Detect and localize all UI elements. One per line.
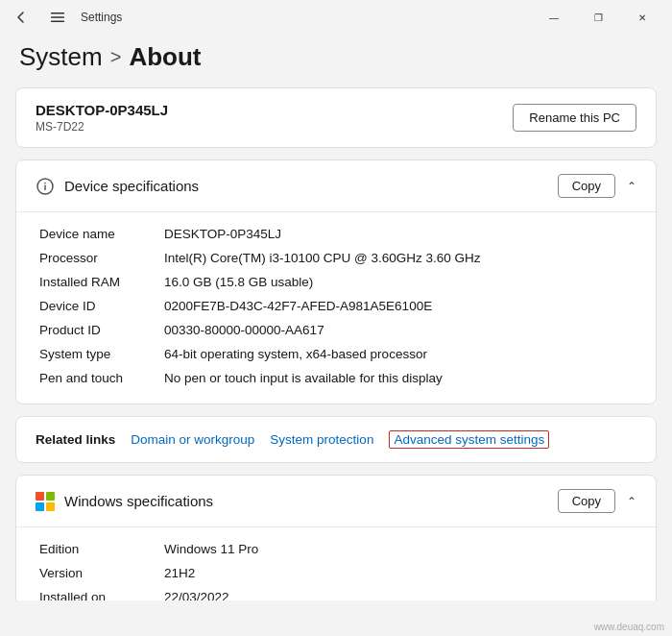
related-link-0[interactable]: Domain or workgroup (131, 432, 254, 447)
svg-rect-2 (51, 21, 64, 23)
breadcrumb: System > About (0, 35, 672, 87)
windows-spec-label: Version (39, 566, 164, 580)
titlebar-left: Settings (8, 4, 122, 31)
device-spec-row: Device ID0200FE7B-D43C-42F7-AFED-A981A5E… (39, 294, 633, 318)
windows-specs-title: Windows specifications (64, 493, 213, 509)
hamburger-button[interactable] (44, 4, 71, 31)
device-spec-value: 64-bit operating system, x64-based proce… (164, 347, 633, 361)
windows-specs-header: Windows specifications Copy ⌃ (16, 476, 656, 527)
win-square-3 (36, 502, 44, 511)
device-spec-row: Pen and touchNo pen or touch input is av… (39, 366, 633, 390)
device-spec-label: Processor (39, 251, 164, 265)
device-spec-row: Installed RAM16.0 GB (15.8 GB usable) (39, 270, 633, 294)
windows-spec-label: Edition (39, 542, 164, 556)
win-square-2 (46, 492, 55, 501)
svg-point-5 (44, 182, 46, 183)
windows-specs-header-right: Copy ⌃ (558, 489, 636, 513)
windows-spec-value: 21H2 (164, 566, 633, 580)
breadcrumb-separator: > (110, 46, 122, 68)
device-spec-value: 00330-80000-00000-AA617 (164, 323, 633, 337)
device-spec-label: Pen and touch (39, 371, 164, 385)
device-specs-body: Device nameDESKTOP-0P345LJProcessorIntel… (16, 212, 656, 404)
windows-specs-copy-button[interactable]: Copy (558, 489, 615, 513)
svg-rect-0 (51, 12, 64, 14)
device-specs-card: Device specifications Copy ⌃ Device name… (15, 159, 657, 404)
device-specs-chevron-icon[interactable]: ⌃ (627, 180, 636, 193)
rename-pc-button[interactable]: Rename this PC (513, 104, 636, 132)
windows-specs-chevron-icon[interactable]: ⌃ (627, 495, 636, 508)
maximize-button[interactable]: ❐ (576, 2, 620, 33)
device-spec-row: ProcessorIntel(R) Core(TM) i3-10100 CPU … (39, 246, 633, 270)
device-spec-row: System type64-bit operating system, x64-… (39, 342, 633, 366)
related-link-2[interactable]: Advanced system settings (389, 430, 549, 449)
minimize-button[interactable]: — (532, 2, 576, 33)
svg-rect-1 (51, 16, 64, 18)
breadcrumb-about: About (129, 42, 201, 72)
win-square-1 (36, 492, 44, 501)
related-links-container: Domain or workgroupSystem protectionAdva… (131, 430, 549, 449)
windows-spec-label: Installed on (39, 590, 164, 600)
device-spec-value: No pen or touch input is available for t… (164, 371, 633, 385)
windows-spec-row: Version21H2 (39, 561, 633, 585)
back-button[interactable] (8, 4, 35, 31)
device-spec-row: Device nameDESKTOP-0P345LJ (39, 222, 633, 246)
watermark: www.deuaq.com (594, 622, 664, 632)
windows-spec-row: EditionWindows 11 Pro (39, 537, 633, 561)
device-spec-row: Product ID00330-80000-00000-AA617 (39, 318, 633, 342)
windows-specs-card: Windows specifications Copy ⌃ EditionWin… (15, 475, 657, 600)
device-specs-header-left: Device specifications (36, 177, 199, 196)
device-specs-header: Device specifications Copy ⌃ (16, 160, 656, 212)
titlebar-title: Settings (81, 11, 122, 24)
windows-spec-value: 22/03/2022 (164, 590, 633, 600)
pc-model: MS-7D22 (36, 120, 168, 134)
related-links-card: Related links Domain or workgroupSystem … (15, 416, 657, 463)
device-spec-value: Intel(R) Core(TM) i3-10100 CPU @ 3.60GHz… (164, 251, 633, 265)
close-button[interactable]: ✕ (620, 2, 664, 33)
device-specs-header-right: Copy ⌃ (558, 174, 636, 198)
device-specs-title: Device specifications (64, 178, 199, 194)
device-spec-value: DESKTOP-0P345LJ (164, 227, 633, 241)
win-square-4 (46, 502, 55, 511)
pc-name: DESKTOP-0P345LJ (36, 102, 168, 118)
device-spec-label: Product ID (39, 323, 164, 337)
breadcrumb-system[interactable]: System (19, 42, 103, 72)
device-spec-value: 16.0 GB (15.8 GB usable) (164, 275, 633, 289)
windows-spec-value: Windows 11 Pro (164, 542, 633, 556)
titlebar-controls: — ❐ ✕ (532, 2, 664, 33)
device-spec-label: Device ID (39, 299, 164, 313)
device-spec-value: 0200FE7B-D43C-42F7-AFED-A981A5E6100E (164, 299, 633, 313)
windows-spec-row: Installed on22/03/2022 (39, 585, 633, 600)
related-links-label: Related links (36, 432, 115, 447)
svg-rect-4 (44, 184, 46, 190)
pc-card: DESKTOP-0P345LJ MS-7D22 Rename this PC (15, 87, 657, 148)
windows-specs-header-left: Windows specifications (36, 492, 213, 511)
related-link-1[interactable]: System protection (270, 432, 373, 447)
windows-specs-body: EditionWindows 11 ProVersion21H2Installe… (16, 527, 656, 600)
main-content: DESKTOP-0P345LJ MS-7D22 Rename this PC D… (0, 87, 672, 600)
info-icon (36, 177, 55, 196)
device-specs-copy-button[interactable]: Copy (558, 174, 615, 198)
pc-info: DESKTOP-0P345LJ MS-7D22 (36, 102, 168, 134)
titlebar: Settings — ❐ ✕ (0, 0, 672, 35)
windows-icon (36, 492, 55, 511)
device-spec-label: System type (39, 347, 164, 361)
device-spec-label: Device name (39, 227, 164, 241)
device-spec-label: Installed RAM (39, 275, 164, 289)
